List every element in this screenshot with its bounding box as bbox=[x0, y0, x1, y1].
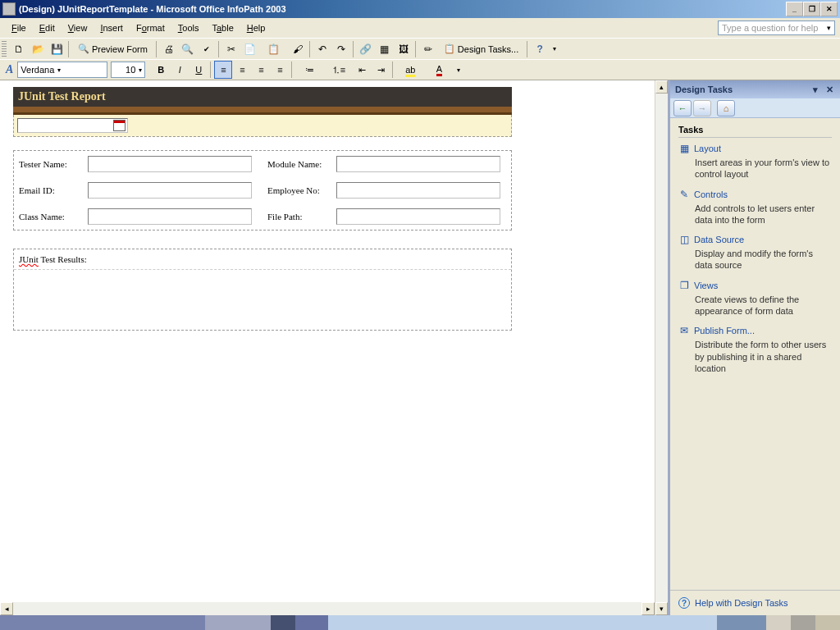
taskpane-close-icon[interactable]: ✕ bbox=[824, 84, 835, 95]
menu-view[interactable]: View bbox=[62, 21, 94, 35]
scroll-down-button[interactable]: ▾ bbox=[655, 602, 668, 615]
italic-button[interactable]: I bbox=[171, 61, 189, 79]
vertical-scrollbar[interactable]: ▴ ▾ bbox=[655, 80, 668, 615]
design-canvas[interactable]: JUnit Test Report Tester Name: Module Na… bbox=[0, 80, 655, 615]
taskpane-footer-link[interactable]: ? Help with Design Tasks bbox=[670, 590, 840, 615]
spelling-button[interactable]: ✔ bbox=[198, 40, 216, 58]
menu-file[interactable]: File bbox=[5, 21, 33, 35]
increase-indent-button[interactable]: ⇥ bbox=[372, 61, 390, 79]
taskpane-menu-icon[interactable]: ▾ bbox=[810, 84, 821, 95]
scroll-track[interactable] bbox=[655, 94, 668, 602]
underline-button[interactable]: U bbox=[189, 61, 208, 79]
task-datasource-link[interactable]: ◫ Data Source bbox=[678, 234, 832, 245]
task-views-link[interactable]: ❐ Views bbox=[678, 280, 832, 291]
date-picker[interactable] bbox=[17, 118, 128, 133]
design-this-form-button[interactable]: ✏ bbox=[419, 40, 437, 58]
field-email-id[interactable]: Email ID: bbox=[14, 177, 262, 203]
align-center-button[interactable]: ≡ bbox=[233, 61, 251, 79]
taskpane-header: Design Tasks ▾ ✕ bbox=[670, 80, 840, 98]
toolbar-options-button[interactable]: ▾ bbox=[454, 61, 463, 79]
minimize-button[interactable]: _ bbox=[786, 2, 803, 16]
print-preview-button[interactable]: 🔍 bbox=[179, 40, 197, 58]
open-button[interactable]: 📂 bbox=[29, 40, 47, 58]
hyperlink-button[interactable]: 🔗 bbox=[357, 40, 375, 58]
title-bar: (Design) JUnitReportTemplate - Microsoft… bbox=[0, 0, 840, 18]
input-file-path[interactable] bbox=[336, 208, 500, 225]
menu-insert[interactable]: Insert bbox=[94, 21, 130, 35]
paste-button[interactable]: 📋 bbox=[260, 40, 288, 58]
app-icon bbox=[2, 2, 16, 16]
undo-button[interactable]: ↶ bbox=[313, 40, 331, 58]
menu-help[interactable]: Help bbox=[240, 21, 272, 35]
align-left-button[interactable]: ≡ bbox=[214, 61, 232, 79]
input-class-name[interactable] bbox=[88, 208, 252, 225]
menu-tools[interactable]: Tools bbox=[171, 21, 206, 35]
task-publish: ✉ Publish Form... Distribute the form to… bbox=[678, 325, 832, 374]
task-publish-link[interactable]: ✉ Publish Form... bbox=[678, 325, 832, 336]
save-button[interactable]: 💾 bbox=[48, 40, 66, 58]
close-button[interactable]: ✕ bbox=[820, 2, 838, 16]
design-tasks-button[interactable]: 📋Design Tasks... bbox=[438, 40, 524, 58]
input-employee-no[interactable] bbox=[336, 182, 500, 199]
menu-edit[interactable]: Edit bbox=[33, 21, 62, 35]
results-label[interactable]: JUnit Test Results: bbox=[14, 249, 511, 270]
nav-home-button[interactable]: ⌂ bbox=[717, 100, 735, 116]
task-layout-label: Layout bbox=[694, 144, 721, 153]
font-combo[interactable]: Verdana▾ bbox=[17, 62, 107, 78]
highlight-button[interactable]: ab bbox=[396, 61, 424, 79]
field-employee-no[interactable]: Employee No: bbox=[262, 177, 511, 203]
date-row[interactable] bbox=[13, 115, 512, 137]
decrease-indent-button[interactable]: ⇤ bbox=[353, 61, 371, 79]
separator bbox=[210, 62, 212, 78]
new-button[interactable]: 🗋 bbox=[10, 40, 28, 58]
scroll-left-button[interactable]: ◂ bbox=[0, 602, 13, 615]
font-color-button[interactable]: A bbox=[425, 61, 453, 79]
help-placeholder: Type a question for help bbox=[722, 23, 818, 33]
scroll-up-button[interactable]: ▴ bbox=[655, 80, 668, 94]
help-button[interactable]: ? bbox=[531, 40, 549, 58]
nav-forward-button[interactable]: → bbox=[693, 100, 711, 116]
nav-back-button[interactable]: ← bbox=[673, 100, 692, 116]
field-tester-name[interactable]: Tester Name: bbox=[14, 151, 262, 177]
align-right-button[interactable]: ≡ bbox=[252, 61, 270, 79]
separator bbox=[218, 41, 220, 57]
field-file-path[interactable]: File Path: bbox=[262, 203, 511, 230]
task-layout-link[interactable]: ▦ Layout bbox=[678, 143, 832, 154]
toolbar-grip[interactable] bbox=[2, 41, 7, 57]
help-search[interactable]: Type a question for help ▾ bbox=[718, 21, 835, 35]
menu-table[interactable]: Table bbox=[205, 21, 240, 35]
restore-button[interactable]: ❐ bbox=[803, 2, 820, 16]
insert-table-button[interactable]: ▦ bbox=[376, 40, 394, 58]
align-justify-button[interactable]: ≡ bbox=[271, 61, 289, 79]
input-email-id[interactable] bbox=[88, 182, 252, 199]
preview-form-button[interactable]: 🔍Preview Form bbox=[72, 40, 153, 58]
task-layout-desc: Insert areas in your form's view to cont… bbox=[695, 157, 832, 180]
copy-button[interactable]: 📄 bbox=[241, 40, 259, 58]
window-title: (Design) JUnitReportTemplate - Microsoft… bbox=[19, 4, 786, 14]
scroll-right-button[interactable]: ▸ bbox=[641, 602, 655, 615]
separator bbox=[156, 41, 158, 57]
calendar-icon[interactable] bbox=[113, 120, 126, 131]
task-controls-link[interactable]: ✎ Controls bbox=[678, 189, 832, 200]
horizontal-scrollbar[interactable]: ◂ ▸ bbox=[0, 602, 655, 615]
taskpane-nav: ← → ⌂ bbox=[670, 98, 840, 118]
field-module-name[interactable]: Module Name: bbox=[262, 151, 511, 177]
title-stripe bbox=[13, 107, 512, 112]
menu-format[interactable]: Format bbox=[130, 21, 171, 35]
print-button[interactable]: 🖨 bbox=[160, 40, 178, 58]
field-class-name[interactable]: Class Name: bbox=[14, 203, 262, 230]
cut-button[interactable]: ✂ bbox=[222, 40, 240, 58]
input-tester-name[interactable] bbox=[88, 156, 252, 172]
form-title[interactable]: JUnit Test Report bbox=[13, 87, 512, 107]
redo-button[interactable]: ↷ bbox=[332, 40, 350, 58]
scroll-track[interactable] bbox=[13, 602, 641, 615]
bullets-button[interactable]: ≔ bbox=[295, 61, 323, 79]
insert-picture-button[interactable]: 🖼 bbox=[395, 40, 413, 58]
font-size-combo[interactable]: 10▾ bbox=[111, 62, 145, 78]
format-painter-button[interactable]: 🖌 bbox=[289, 40, 307, 58]
toolbar-options-button[interactable]: ▾ bbox=[550, 40, 559, 58]
input-module-name[interactable] bbox=[336, 156, 500, 172]
results-section[interactable]: JUnit Test Results: bbox=[13, 249, 512, 331]
bold-button[interactable]: B bbox=[152, 61, 170, 79]
numbering-button[interactable]: ⒈≡ bbox=[324, 61, 352, 79]
